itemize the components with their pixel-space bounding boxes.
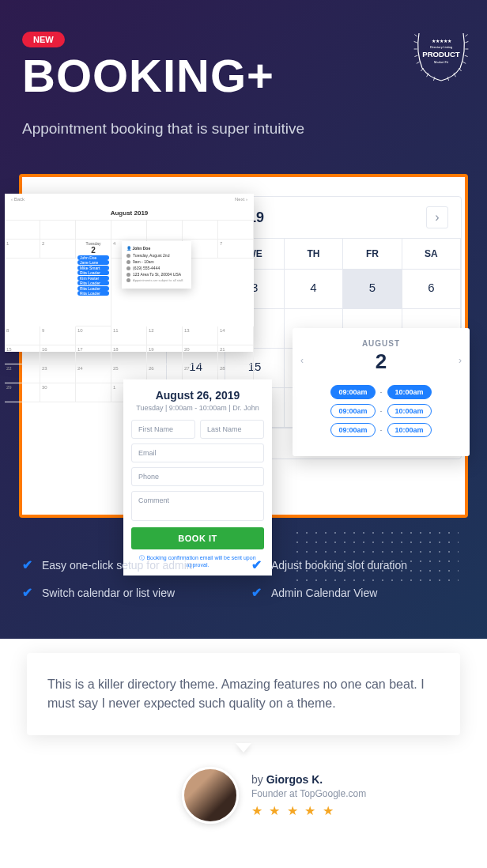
admin-calendar-cell[interactable]: 14: [218, 326, 254, 345]
admin-calendar-cell[interactable]: 13: [183, 326, 218, 345]
timeslot-chip[interactable]: 09:00am: [330, 404, 375, 418]
check-icon: ✔: [251, 585, 262, 600]
booking-subtitle: Tuesday | 9:00am - 10:00am | Dr. John: [131, 404, 264, 412]
timeslot-row: 09:00am-10:00am: [300, 423, 462, 437]
comment-input[interactable]: Comment: [131, 491, 264, 521]
admin-calendar-cell[interactable]: 23: [40, 364, 76, 383]
speech-pointer: [236, 743, 251, 753]
admin-calendar-cell[interactable]: 20: [183, 345, 218, 364]
new-badge: NEW: [22, 32, 65, 47]
timeslot-row: 09:00am-10:00am: [300, 404, 462, 418]
admin-calendar-cell[interactable]: 16: [40, 345, 76, 364]
feature-item: ✔Adjust booking slot duration: [251, 557, 465, 572]
timeslot-chip[interactable]: 10:00am: [387, 404, 432, 418]
admin-back-button[interactable]: ‹ Back: [11, 197, 25, 202]
admin-calendar-cell[interactable]: 18: [111, 345, 147, 364]
feature-item: ✔Admin Calendar View: [251, 585, 465, 600]
admin-calendar-cell[interactable]: 17: [76, 345, 111, 364]
day-header: FR: [343, 239, 402, 270]
day-header: TH: [285, 239, 343, 270]
timeslot-chip[interactable]: 09:00am: [330, 385, 375, 399]
rating-stars: ★ ★ ★ ★ ★: [251, 803, 366, 818]
admin-calendar-cell[interactable]: 2: [40, 240, 76, 259]
phone-input[interactable]: Phone: [131, 467, 264, 486]
admin-calendar-cell[interactable]: 12: [147, 326, 183, 345]
admin-calendar-cell[interactable]: 24: [76, 364, 111, 383]
booking-form: August 26, 2019 Tuesday | 9:00am - 10:00…: [123, 379, 272, 576]
feature-list: ✔Easy one-click setup for admin✔Adjust b…: [22, 557, 465, 600]
hero-subtitle: Appointment booking that is super intuit…: [22, 120, 304, 138]
check-icon: ✔: [251, 557, 262, 572]
svg-text:Directory Listing: Directory Listing: [430, 45, 453, 49]
hero-title: BOOKING+: [22, 49, 274, 102]
event-detail-popup: 👤 John Doe Tuesday, August 2nd 9am - 10a…: [122, 241, 191, 289]
timeslot-chip[interactable]: 10:00am: [387, 385, 432, 399]
testimonial-author: by Giorgos K. Founder at TopGoogle.com ★…: [182, 767, 366, 824]
admin-calendar-cell[interactable]: 19: [147, 345, 183, 364]
author-name: by Giorgos K.: [251, 773, 366, 786]
admin-calendar-cell[interactable]: 9: [40, 326, 76, 345]
timeslot-popup: ‹› AUGUST 2 09:00am-10:00am09:00am-10:00…: [293, 328, 470, 456]
check-icon: ✔: [22, 585, 32, 600]
author-role: Founder at TopGoogle.com: [251, 788, 366, 799]
product-badge: ★★★★★ Directory Listing PRODUCT Market F…: [410, 21, 473, 84]
testimonial-text: This is a killer directory theme. Amazin…: [47, 675, 440, 713]
svg-text:★★★★★: ★★★★★: [432, 38, 451, 43]
email-input[interactable]: Email: [131, 443, 264, 462]
chevron-right-icon: ›: [435, 210, 439, 225]
svg-text:PRODUCT: PRODUCT: [422, 50, 460, 58]
admin-calendar-cell[interactable]: 8: [5, 326, 40, 345]
avatar: [182, 767, 239, 824]
testimonial-card: This is a killer directory theme. Amazin…: [27, 653, 460, 735]
slot-month: AUGUST: [300, 339, 462, 348]
prev-day-button[interactable]: ‹: [300, 355, 304, 366]
booking-date: August 26, 2019: [131, 389, 264, 402]
calendar-date[interactable]: 4: [285, 270, 343, 309]
admin-calendar-title: August 2019: [5, 205, 254, 220]
admin-calendar-cell[interactable]: 15: [5, 345, 40, 364]
first-name-input[interactable]: First Name: [131, 420, 195, 439]
check-icon: ✔: [22, 557, 32, 572]
timeslot-row: 09:00am-10:00am: [300, 385, 462, 399]
admin-calendar-cell[interactable]: 7: [218, 240, 254, 259]
admin-calendar-cell[interactable]: Tuesday2John DoeJane LaneMike SmartRita …: [76, 240, 111, 326]
timeslot-chip[interactable]: 09:00am: [330, 423, 375, 437]
calendar-next-button[interactable]: ›: [426, 206, 448, 228]
feature-item: ✔Switch calendar or list view: [22, 585, 236, 600]
svg-text:Market Fit: Market Fit: [434, 60, 449, 64]
admin-calendar: ‹ Back Next › August 2019 12Tuesday2John…: [5, 194, 254, 352]
admin-calendar-cell[interactable]: [76, 383, 111, 402]
timeslot-chip[interactable]: 10:00am: [387, 423, 432, 437]
admin-calendar-cell[interactable]: 22: [5, 364, 40, 383]
admin-next-button[interactable]: Next ›: [235, 197, 247, 202]
admin-calendar-cell[interactable]: 21: [218, 345, 254, 364]
admin-calendar-cell[interactable]: 29: [5, 383, 40, 402]
admin-calendar-cell[interactable]: 1: [5, 240, 40, 259]
feature-item: ✔Easy one-click setup for admin: [22, 557, 236, 572]
calendar-date[interactable]: 6: [402, 270, 461, 309]
admin-calendar-cell[interactable]: 11: [111, 326, 147, 345]
last-name-input[interactable]: Last Name: [200, 420, 264, 439]
calendar-date[interactable]: 5: [343, 270, 402, 309]
admin-calendar-cell[interactable]: 10: [76, 326, 111, 345]
next-day-button[interactable]: ›: [459, 355, 462, 366]
book-it-button[interactable]: BOOK IT: [131, 527, 264, 549]
admin-calendar-cell[interactable]: 30: [40, 383, 76, 402]
day-header: SA: [402, 239, 461, 270]
